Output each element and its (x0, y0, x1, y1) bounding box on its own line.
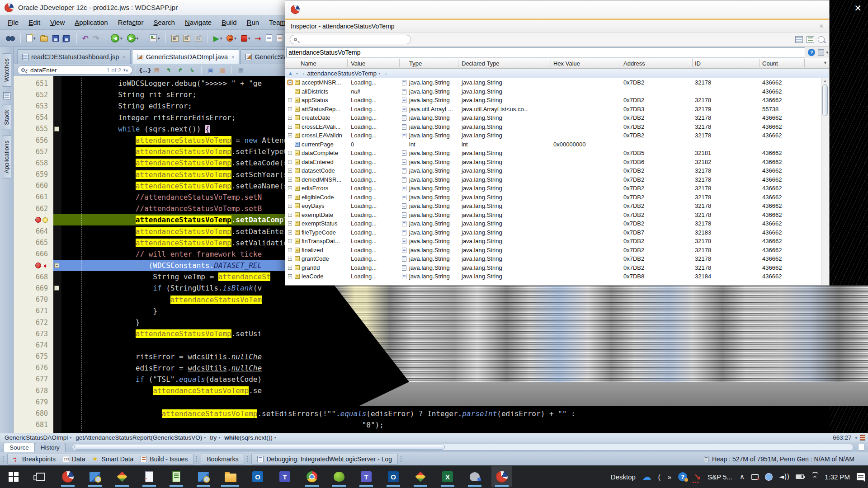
expand-icon[interactable]: + (288, 204, 292, 208)
run-icon[interactable]: ▶▾ (212, 33, 223, 44)
breadcrumb-caret-icon[interactable]: ▾ (218, 436, 220, 440)
teams-icon[interactable]: T (274, 466, 295, 487)
toolbar-paren[interactable]: ( (658, 473, 660, 481)
button-data[interactable]: Data (59, 455, 89, 463)
info-icon[interactable]: ? (808, 49, 815, 56)
expand-icon[interactable]: + (288, 239, 292, 243)
gutter-line-662[interactable]: 662 (14, 205, 53, 213)
dropdown-caret-icon[interactable]: ▾ (220, 36, 222, 41)
code-fold-icon[interactable]: − (54, 263, 59, 268)
column-header-address[interactable]: Address (623, 60, 645, 67)
button-build-issues[interactable]: Build - Issues (137, 455, 191, 463)
minimap-icon[interactable] (860, 435, 865, 441)
thumbnail-view-icon[interactable]: ▣ (206, 66, 216, 75)
expand-icon[interactable]: + (288, 116, 292, 120)
expand-icon[interactable]: + (288, 133, 292, 137)
gutter-line-652[interactable]: 652 (14, 91, 53, 99)
jdeveloper-active-icon[interactable] (491, 466, 512, 487)
annotations-icon[interactable]: ▤ (152, 66, 162, 75)
variable-row-dataComplete[interactable]: +dataCompleteLoading...java.lang.Stringj… (285, 149, 829, 158)
hidden-icons-chevron[interactable]: ∧ (740, 473, 745, 481)
breadcrumb-item[interactable]: while (sqrs.next())▾ (224, 434, 278, 441)
dropdown-caret-icon[interactable]: ▾ (248, 36, 250, 41)
outlook-icon[interactable]: O (247, 466, 268, 487)
scrollbar-resize-box[interactable] (858, 444, 864, 450)
sql-developer-2-icon[interactable] (410, 466, 431, 487)
variable-row-eoyDays[interactable]: +eoyDaysLoading...java.lang.Stringjava.l… (285, 202, 829, 211)
column-header-count[interactable]: Count (762, 60, 778, 67)
gutter-line-661[interactable]: 661 (14, 193, 53, 201)
expand-icon[interactable]: + (288, 151, 292, 155)
structure-icon[interactable]: ▦ (236, 66, 246, 75)
sql-developer-icon[interactable] (112, 466, 132, 487)
variable-row-grantId[interactable]: +grantIdLoading...java.lang.Stringjava.l… (285, 263, 829, 272)
toad-icon[interactable] (329, 466, 349, 487)
settings-icon[interactable] (818, 49, 824, 56)
menu-build[interactable]: Build (217, 17, 241, 28)
sidebar-tab-stack[interactable]: Stack (2, 105, 11, 130)
gutter-line-678[interactable]: 678 (14, 387, 53, 395)
inspector-variable-table[interactable]: +acceptMNSR...Loading...java.lang.String… (285, 78, 829, 281)
forward-icon[interactable]: ▶▾ (126, 33, 140, 44)
stocks-icon[interactable]: ↘ (693, 472, 701, 482)
inspector-titlebar[interactable] (285, 0, 829, 19)
breadcrumb-label[interactable]: attendanceStatusVoTemp (307, 70, 377, 77)
breadcrumb-menu-caret-icon[interactable]: ▾ (855, 436, 857, 440)
gutter-line-653[interactable]: 653 (14, 102, 53, 110)
code-template-icon[interactable]: {..} (140, 66, 150, 75)
device-disconnected-icon[interactable] (751, 474, 759, 480)
horizontal-scrollbar-thumb[interactable] (74, 445, 445, 450)
variable-row-edisErrors[interactable]: +edisErrorsLoading...java.lang.Stringjav… (285, 184, 829, 193)
clock-label[interactable]: 1:32 PM (825, 473, 850, 481)
expand-icon[interactable]: + (288, 257, 292, 261)
gutter-line-673[interactable]: 673 (14, 330, 53, 338)
ticker-label[interactable]: S&P 5... (708, 473, 732, 481)
expand-icon[interactable]: + (288, 186, 292, 190)
expand-icon[interactable]: + (288, 125, 292, 129)
close-window-icon[interactable]: ✕ (854, 3, 862, 14)
watch-values-icon[interactable] (3, 92, 10, 99)
save-all-icon[interactable] (62, 33, 72, 44)
variable-row-deniedMNSR[interactable]: +deniedMNSR...Loading...java.lang.String… (285, 175, 829, 184)
gutter-line-676[interactable]: 676 (14, 364, 53, 372)
tab-close-icon[interactable]: × (231, 54, 234, 60)
breakpoint-icon[interactable] (35, 263, 41, 268)
cellular-signal-icon[interactable] (811, 474, 818, 480)
tree-view-icon[interactable] (807, 36, 814, 43)
inspector-window[interactable]: Inspector - attendanceStatusVoTemp ✕ ? ▾… (285, 0, 830, 286)
gutter-line-654[interactable]: 654 (14, 113, 53, 122)
file-explorer-icon[interactable] (220, 466, 241, 487)
gutter-line-659[interactable]: 659 (14, 170, 53, 178)
gutter-line-667[interactable]: ➧ (14, 262, 53, 269)
dropdown-caret-icon[interactable]: ▾ (137, 36, 139, 41)
stop-icon[interactable]: ▾ (240, 33, 251, 44)
breadcrumb-caret-icon[interactable]: ▾ (296, 71, 298, 75)
menu-edit[interactable]: Edit (24, 17, 45, 28)
dropdown-caret-icon[interactable]: ▾ (120, 36, 123, 41)
horizontal-scrollbar[interactable] (72, 444, 854, 450)
variable-row-appStatus[interactable]: +appStatusLoading...java.lang.Stringjava… (285, 96, 829, 105)
menu-run[interactable]: Run (242, 17, 264, 28)
expand-icon[interactable]: + (288, 98, 292, 102)
windows-search-icon[interactable] (85, 466, 105, 487)
column-header-type[interactable]: Type (409, 60, 422, 67)
toolbar-chevrons[interactable]: » (668, 473, 671, 481)
search-binoculars-icon[interactable] (5, 33, 16, 44)
variable-row-createDate[interactable]: +createDateLoading...java.lang.Stringjav… (285, 113, 829, 122)
tab-close-icon[interactable]: × (123, 54, 125, 60)
open-folder-icon[interactable] (39, 33, 49, 44)
scroll-up-icon[interactable]: ▲ (821, 78, 829, 83)
inspector-search-input[interactable] (300, 36, 407, 43)
expand-icon[interactable]: + (288, 160, 292, 164)
notepad-plus-icon[interactable] (166, 466, 187, 487)
breadcrumb-caret-icon[interactable]: ▾ (274, 436, 276, 440)
tab-genericstatusdaoimpl-java[interactable]: GenericStatusDAOImpl.java× (132, 49, 240, 64)
find-field[interactable]: ▾ 1 of 2 ▾▴ (17, 66, 132, 75)
code-fold-icon[interactable]: − (54, 127, 59, 131)
variable-row-finalized[interactable]: +finalizedLoading...java.lang.Stringjava… (285, 246, 829, 255)
button-debugging-integratedweblogicserver-log[interactable]: Debugging: IntegratedWebLogicServer - Lo… (254, 455, 396, 463)
expression-input[interactable] (286, 47, 805, 57)
code-fold-icon[interactable]: − (54, 286, 59, 291)
variable-row-eligibleCode[interactable]: +eligibleCodeLoading...java.lang.Stringj… (285, 193, 829, 202)
expand-icon[interactable]: + (288, 274, 292, 278)
